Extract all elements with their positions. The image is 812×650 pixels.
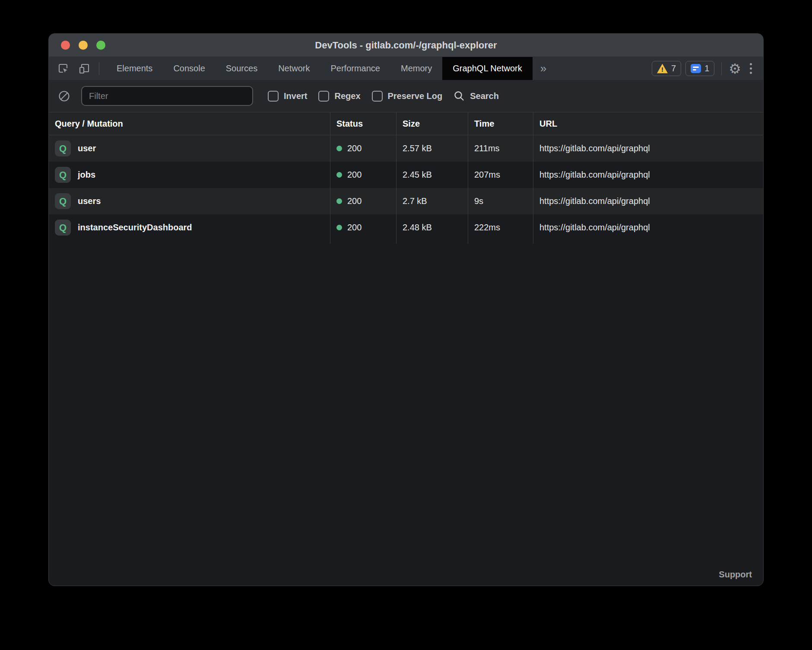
filter-toolbar: Invert Regex Preserve Log Search	[49, 80, 763, 112]
preserve-log-checkbox-box[interactable]	[372, 91, 383, 102]
tabbar-right-controls: 7 1 ⚙	[652, 57, 763, 80]
search-icon	[454, 90, 465, 102]
panel-tabs: Elements Console Sources Network Perform…	[106, 57, 554, 80]
tab-elements[interactable]: Elements	[106, 57, 163, 80]
query-name: instanceSecurityDashboard	[78, 223, 192, 233]
tab-performance[interactable]: Performance	[320, 57, 391, 80]
time-cell: 222ms	[468, 214, 533, 241]
status-ok-dot-icon	[336, 198, 342, 204]
query-type-badge: Q	[55, 167, 71, 183]
query-name-cell: Q instanceSecurityDashboard	[49, 214, 330, 241]
filter-input[interactable]	[81, 86, 253, 106]
close-window-button[interactable]	[61, 41, 70, 50]
column-header-url[interactable]: URL	[533, 112, 763, 135]
status-ok-dot-icon	[336, 146, 342, 151]
issues-icon	[691, 64, 701, 73]
status-ok-dot-icon	[336, 225, 342, 230]
more-tabs-chevron-icon[interactable]: »	[533, 57, 554, 80]
minimize-window-button[interactable]	[79, 41, 88, 50]
query-name-cell: Q jobs	[49, 162, 330, 188]
invert-checkbox-box[interactable]	[268, 91, 279, 102]
right-controls-divider	[721, 62, 722, 75]
support-link[interactable]: Support	[719, 570, 752, 580]
toolbar-icons	[49, 57, 106, 80]
status-cell: 200	[330, 135, 396, 162]
clear-block-icon[interactable]	[58, 90, 70, 102]
status-cell: 200	[330, 188, 396, 214]
regex-label: Regex	[334, 91, 360, 101]
tab-network[interactable]: Network	[268, 57, 320, 80]
search-label: Search	[470, 91, 499, 101]
table-row[interactable]: Q user 200 2.57 kB 211ms https://gitlab.…	[49, 135, 763, 162]
window-title: DevTools - gitlab.com/-/graphql-explorer	[49, 40, 763, 51]
query-name-cell: Q user	[49, 135, 330, 162]
issues-badge[interactable]: 1	[685, 61, 714, 76]
size-cell: 2.7 kB	[396, 188, 468, 214]
url-cell: https://gitlab.com/api/graphql	[533, 135, 763, 162]
tab-graphql-network[interactable]: GraphQL Network	[442, 57, 532, 80]
table-row[interactable]: Q jobs 200 2.45 kB 207ms https://gitlab.…	[49, 162, 763, 188]
time-cell: 207ms	[468, 162, 533, 188]
tab-memory[interactable]: Memory	[390, 57, 442, 80]
inspect-element-icon[interactable]	[55, 60, 72, 77]
status-code: 200	[347, 143, 362, 153]
warning-icon	[657, 64, 668, 73]
query-type-badge: Q	[55, 140, 71, 156]
column-header-time[interactable]: Time	[468, 112, 533, 135]
column-header-status[interactable]: Status	[330, 112, 396, 135]
size-cell: 2.48 kB	[396, 214, 468, 241]
query-name: jobs	[78, 170, 95, 180]
settings-gear-icon[interactable]: ⚙	[729, 62, 741, 76]
tab-console[interactable]: Console	[163, 57, 215, 80]
issues-count: 1	[704, 64, 709, 73]
status-code: 200	[347, 196, 362, 206]
url-cell: https://gitlab.com/api/graphql	[533, 188, 763, 214]
url-cell: https://gitlab.com/api/graphql	[533, 162, 763, 188]
regex-checkbox-box[interactable]	[318, 91, 329, 102]
invert-label: Invert	[284, 91, 307, 101]
preserve-log-checkbox[interactable]: Preserve Log	[372, 91, 443, 102]
status-code: 200	[347, 170, 362, 180]
query-type-badge: Q	[55, 220, 71, 236]
maximize-window-button[interactable]	[96, 41, 105, 50]
column-divider-extension	[49, 241, 763, 244]
table-row[interactable]: Q users 200 2.7 kB 9s https://gitlab.com…	[49, 188, 763, 214]
table-row[interactable]: Q instanceSecurityDashboard 200 2.48 kB …	[49, 214, 763, 241]
size-cell: 2.57 kB	[396, 135, 468, 162]
preserve-log-label: Preserve Log	[388, 91, 443, 101]
query-name-cell: Q users	[49, 188, 330, 214]
status-cell: 200	[330, 162, 396, 188]
status-ok-dot-icon	[336, 172, 342, 178]
devtools-tab-bar: Elements Console Sources Network Perform…	[49, 57, 763, 80]
time-cell: 211ms	[468, 135, 533, 162]
search-button[interactable]: Search	[454, 90, 499, 102]
query-type-badge: Q	[55, 193, 71, 209]
toolbar-divider	[99, 62, 99, 75]
table-header: Query / Mutation Status Size Time URL	[49, 112, 763, 135]
device-toolbar-icon[interactable]	[76, 60, 93, 77]
regex-checkbox[interactable]: Regex	[318, 91, 360, 102]
devtools-window: DevTools - gitlab.com/-/graphql-explorer…	[48, 33, 764, 586]
column-header-size[interactable]: Size	[396, 112, 468, 135]
warnings-badge[interactable]: 7	[652, 61, 681, 76]
title-bar[interactable]: DevTools - gitlab.com/-/graphql-explorer	[49, 34, 763, 57]
warnings-count: 7	[671, 64, 676, 73]
traffic-lights	[61, 41, 105, 50]
status-cell: 200	[330, 214, 396, 241]
time-cell: 9s	[468, 188, 533, 214]
invert-checkbox[interactable]: Invert	[268, 91, 307, 102]
url-cell: https://gitlab.com/api/graphql	[533, 214, 763, 241]
status-code: 200	[347, 223, 362, 233]
column-header-query[interactable]: Query / Mutation	[49, 112, 330, 135]
more-options-kebab-icon[interactable]	[745, 63, 756, 74]
tab-sources[interactable]: Sources	[216, 57, 268, 80]
query-name: user	[78, 143, 96, 153]
size-cell: 2.45 kB	[396, 162, 468, 188]
query-name: users	[78, 196, 101, 206]
